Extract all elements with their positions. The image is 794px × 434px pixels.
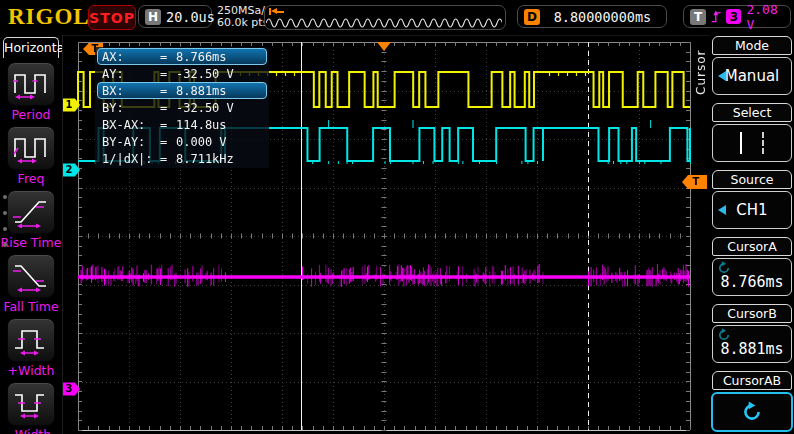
mode-value-button[interactable]: Manual xyxy=(712,57,792,95)
menu-item-cursor-a[interactable]: CursorA 8.766ms xyxy=(710,237,794,303)
cursor-a-value-button[interactable]: 8.766ms xyxy=(712,258,792,296)
trigger-level-value: 2.08 V xyxy=(746,2,784,32)
plus-width-icon xyxy=(13,324,49,356)
horizontal-timebase-box: H 20.0us xyxy=(138,5,212,28)
knob-icon xyxy=(717,261,731,275)
select-arrow-icon xyxy=(718,71,726,81)
run-state-badge: STOP xyxy=(88,5,136,30)
menu-item-label: Fall Time xyxy=(0,299,62,314)
period-icon xyxy=(13,68,49,100)
trigger-delay-box: D 8.80000000ms xyxy=(517,5,667,28)
rise-time-button[interactable] xyxy=(7,190,55,234)
rising-edge-icon xyxy=(711,8,721,25)
menu-item-cursor-ab[interactable]: CursorAB xyxy=(710,371,794,434)
trigger-delay-value: 8.80000000ms xyxy=(545,9,660,25)
fall-time-button[interactable] xyxy=(7,254,55,298)
h-icon: H xyxy=(145,9,161,25)
freq-icon xyxy=(13,132,49,164)
cursor-ab-button[interactable] xyxy=(711,392,793,432)
minus-width-icon xyxy=(13,388,49,420)
readout-row-bxax: BX-AX: = 114.8us xyxy=(97,116,267,133)
menu-item-label: Period xyxy=(0,107,62,122)
cursor-select-button[interactable] xyxy=(712,124,792,162)
menu-item-label: +Width xyxy=(0,363,62,378)
trigger-status-box: T 3 2.08 V xyxy=(683,5,791,28)
readout-row-ay: AY: = -32.50 V xyxy=(97,65,267,82)
oscilloscope-screen: RIGOL STOP H 20.0us 250MSa/s 60.0k pts D… xyxy=(0,0,794,434)
menu-item-select[interactable]: Select xyxy=(710,103,794,169)
trigger-source-badge: 3 xyxy=(726,9,741,24)
memory-waveform-icon xyxy=(266,15,502,28)
menu-item-minus-width[interactable]: -Width xyxy=(0,382,62,434)
status-bar: RIGOL STOP H 20.0us 250MSa/s 60.0k pts D… xyxy=(0,0,794,36)
freq-button[interactable] xyxy=(7,126,55,170)
cursor-ab-lines-icon xyxy=(740,132,764,154)
readout-row-byay: BY-AY: = 0.000 V xyxy=(97,133,267,150)
period-button[interactable] xyxy=(7,62,55,106)
readout-row-bx: BX: = 8.881ms xyxy=(97,82,267,99)
menu-item-label: Freq xyxy=(0,171,62,186)
cursor-b-value-button[interactable]: 8.881ms xyxy=(712,325,792,363)
measure-menu-title: Horizontal xyxy=(3,37,59,58)
menu-item-period[interactable]: Period xyxy=(0,62,62,126)
memory-depth: 60.0k pts xyxy=(217,17,271,29)
cursor-readout-panel: AX: = 8.766ms AY: = -32.50 V BX: = 8.881… xyxy=(95,47,269,168)
plus-width-button[interactable] xyxy=(7,318,55,362)
menu-item-mode[interactable]: Mode Manual xyxy=(710,36,794,102)
run-state-label: STOP xyxy=(89,10,135,26)
menu-item-fall-time[interactable]: Fall Time xyxy=(0,254,62,318)
source-value-button[interactable]: CH1 xyxy=(712,191,792,229)
cursor-menu-tab: Cursor xyxy=(694,40,709,104)
measure-menu: Horizontal Period Freq xyxy=(0,35,63,434)
knob-icon-large xyxy=(741,401,763,423)
readout-row-by: BY: = -32.50 V xyxy=(97,99,267,116)
menu-item-source[interactable]: Source CH1 xyxy=(710,170,794,236)
select-arrow-icon xyxy=(718,205,726,215)
minus-width-button[interactable] xyxy=(7,382,55,426)
trigger-t-icon: T xyxy=(690,9,706,25)
menu-item-cursor-b[interactable]: CursorB 8.881ms xyxy=(710,304,794,370)
menu-item-plus-width[interactable]: +Width xyxy=(0,318,62,382)
menu-item-freq[interactable]: Freq xyxy=(0,126,62,190)
knob-icon xyxy=(717,328,731,342)
menu-item-label: Rise Time xyxy=(0,235,62,250)
menu-item-label: -Width xyxy=(0,427,62,434)
readout-row-freq: 1/|dX|: = 8.711kHz xyxy=(97,150,267,167)
rigol-logo: RIGOL xyxy=(8,4,90,30)
menu-scroll-indicator xyxy=(3,195,7,259)
readout-row-ax: AX: = 8.766ms xyxy=(97,48,267,65)
acquisition-info: 250MSa/s 60.0k pts xyxy=(217,5,271,29)
timebase-value: 20.0us xyxy=(166,9,215,25)
memory-position-bar xyxy=(264,5,506,30)
memory-window-icon xyxy=(269,8,283,15)
delay-icon: D xyxy=(524,9,540,25)
cursor-menu: Mode Manual Select Source CH1 CursorA xyxy=(710,35,794,434)
menu-item-rise-time[interactable]: Rise Time xyxy=(0,190,62,254)
rise-time-icon xyxy=(13,196,49,228)
fall-time-icon xyxy=(13,260,49,292)
